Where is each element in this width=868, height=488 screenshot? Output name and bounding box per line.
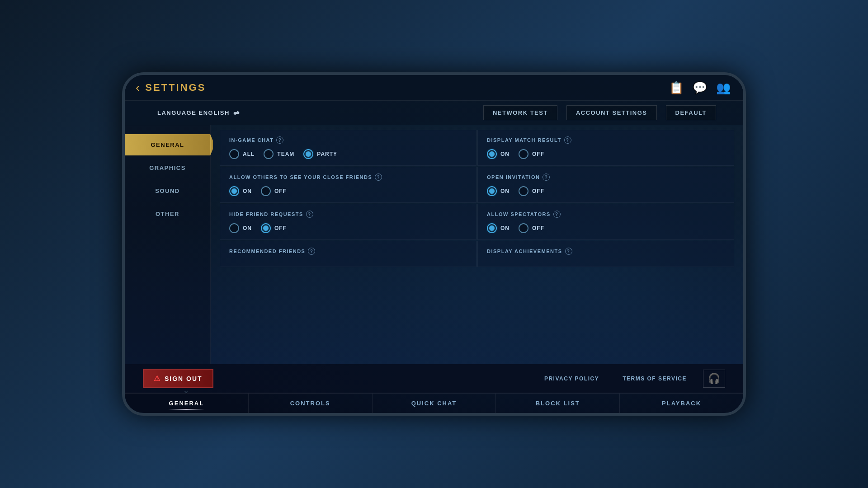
sidebar-item-graphics[interactable]: GRAPHICS [125, 157, 210, 178]
radio-hfr-on[interactable]: ON [229, 223, 252, 233]
radio-as-on-label: ON [500, 225, 509, 231]
header-right: 📋 💬 👥 [669, 81, 731, 95]
radio-team[interactable]: TEAM [264, 149, 294, 159]
allow-close-friends-label: ALLOW OTHERS TO SEE YOUR CLOSE FRIENDS ? [229, 174, 467, 181]
radio-as-off-circle [519, 223, 528, 233]
radio-dmr-off-circle [519, 149, 528, 159]
setting-display-match-result: DISPLAY MATCH RESULT ? ON OFF [477, 130, 734, 166]
radio-party-label: PARTY [317, 151, 337, 157]
sign-out-button[interactable]: ⚠ SIGN OUT [143, 369, 213, 388]
filter-icon: ⇌ [233, 108, 240, 117]
open-invitation-help-icon[interactable]: ? [542, 174, 550, 181]
language-label: LANGUAGE ENGLISH [157, 109, 230, 116]
hide-friend-help-icon[interactable]: ? [306, 211, 313, 218]
radio-hfr-on-label: ON [243, 225, 252, 231]
account-settings-button[interactable]: ACCOUNT SETTINGS [566, 105, 657, 120]
tab-block-list[interactable]: BLOCK LIST [496, 394, 620, 413]
radio-oi-on-label: ON [500, 188, 509, 194]
tab-quick-chat[interactable]: QUICK CHAT [373, 394, 496, 413]
sidebar: GENERAL GRAPHICS SOUND OTHER [125, 125, 211, 364]
setting-open-invitation: OPEN INVITATION ? ON OFF [477, 167, 734, 203]
radio-dmr-on-label: ON [500, 151, 509, 157]
radio-as-off[interactable]: OFF [519, 223, 544, 233]
in-game-chat-label: IN-GAME CHAT ? [229, 136, 467, 144]
back-icon[interactable]: ‹ [136, 80, 140, 95]
radio-hfr-on-circle [229, 223, 239, 233]
language-button[interactable]: LANGUAGE ENGLISH ⇌ [152, 106, 245, 120]
setting-recommended-friends: RECOMMENDED FRIENDS ? [220, 241, 476, 267]
warning-icon: ⚠ [154, 374, 161, 383]
radio-acf-off-circle [261, 186, 271, 196]
recommended-friends-label: RECOMMENDED FRIENDS ? [229, 248, 467, 255]
setting-in-game-chat: IN-GAME CHAT ? ALL TEAM [220, 130, 476, 166]
radio-hfr-off[interactable]: OFF [261, 223, 287, 233]
radio-acf-on-circle [229, 186, 239, 196]
radio-all-circle [229, 149, 239, 159]
friends-icon[interactable]: 👥 [716, 81, 731, 95]
recommended-friends-help-icon[interactable]: ? [308, 248, 315, 255]
sign-out-label: SIGN OUT [165, 375, 203, 382]
network-test-button[interactable]: NETWORK TEST [483, 105, 557, 120]
default-button[interactable]: DEFAULT [666, 105, 716, 120]
privacy-policy-link[interactable]: PRIVACY POLICY [537, 372, 606, 385]
allow-close-help-icon[interactable]: ? [375, 174, 382, 181]
main-content: GENERAL GRAPHICS SOUND OTHER IN-GAME CHA… [125, 125, 743, 364]
tab-playback[interactable]: PLAYBACK [620, 394, 743, 413]
radio-dmr-off-label: OFF [532, 151, 544, 157]
outer-background: ‹ SETTINGS 📋 💬 👥 LANGUAGE ENGLISH ⇌ NETW… [0, 0, 868, 488]
setting-display-achievements: DISPLAY ACHIEVEMENTS ? [477, 241, 734, 267]
bottom-bar: ⚠ SIGN OUT PRIVACY POLICY TERMS OF SERVI… [125, 364, 743, 393]
allow-spectators-help-icon[interactable]: ? [553, 211, 561, 218]
header-left: ‹ SETTINGS [136, 80, 206, 95]
top-nav: LANGUAGE ENGLISH ⇌ NETWORK TEST ACCOUNT … [125, 101, 743, 125]
allow-spectators-label: ALLOW SPECTATORS ? [487, 211, 725, 218]
radio-oi-on-circle [487, 186, 497, 196]
radio-team-label: TEAM [277, 151, 294, 157]
radio-acf-on-label: ON [243, 188, 252, 194]
radio-oi-off-circle [519, 186, 528, 196]
radio-oi-off-label: OFF [532, 188, 544, 194]
open-invitation-options: ON OFF [487, 186, 725, 196]
radio-team-circle [264, 149, 274, 159]
setting-allow-spectators: ALLOW SPECTATORS ? ON OFF [477, 204, 734, 240]
sidebar-item-other[interactable]: OTHER [125, 203, 210, 225]
hide-friend-requests-label: HIDE FRIEND REQUESTS ? [229, 211, 467, 218]
header: ‹ SETTINGS 📋 💬 👥 [125, 75, 743, 101]
in-game-chat-options: ALL TEAM PARTY [229, 149, 467, 159]
setting-hide-friend-requests: HIDE FRIEND REQUESTS ? ON OFF [220, 204, 476, 240]
radio-party[interactable]: PARTY [303, 149, 337, 159]
radio-acf-off[interactable]: OFF [261, 186, 287, 196]
radio-oi-on[interactable]: ON [487, 186, 509, 196]
terms-of-service-link[interactable]: TERMS OF SERVICE [615, 372, 694, 385]
radio-acf-on[interactable]: ON [229, 186, 252, 196]
chat-icon[interactable]: 💬 [693, 81, 707, 95]
radio-dmr-on[interactable]: ON [487, 149, 509, 159]
sidebar-item-general[interactable]: GENERAL [125, 134, 210, 155]
radio-as-off-label: OFF [532, 225, 544, 231]
radio-all[interactable]: ALL [229, 149, 255, 159]
sidebar-item-sound[interactable]: SOUND [125, 180, 210, 202]
display-match-options: ON OFF [487, 149, 725, 159]
tab-general[interactable]: ⌄ GENERAL [125, 394, 249, 413]
open-invitation-label: OPEN INVITATION ? [487, 174, 725, 181]
display-match-help-icon[interactable]: ? [564, 136, 571, 144]
display-achievements-help-icon[interactable]: ? [565, 248, 572, 255]
radio-dmr-off[interactable]: OFF [519, 149, 544, 159]
tab-controls[interactable]: CONTROLS [249, 394, 373, 413]
setting-allow-close-friends: ALLOW OTHERS TO SEE YOUR CLOSE FRIENDS ?… [220, 167, 476, 203]
task-icon[interactable]: 📋 [669, 81, 684, 95]
phone-frame: ‹ SETTINGS 📋 💬 👥 LANGUAGE ENGLISH ⇌ NETW… [122, 72, 746, 416]
radio-all-label: ALL [243, 151, 255, 157]
radio-as-on-circle [487, 223, 497, 233]
radio-oi-off[interactable]: OFF [519, 186, 544, 196]
headset-icon[interactable]: 🎧 [703, 370, 725, 388]
radio-acf-off-label: OFF [274, 188, 287, 194]
in-game-chat-help-icon[interactable]: ? [276, 136, 283, 144]
settings-grid: IN-GAME CHAT ? ALL TEAM [220, 130, 734, 267]
screen: ‹ SETTINGS 📋 💬 👥 LANGUAGE ENGLISH ⇌ NETW… [125, 75, 743, 413]
radio-hfr-off-circle [261, 223, 271, 233]
settings-title: SETTINGS [145, 82, 206, 94]
radio-as-on[interactable]: ON [487, 223, 509, 233]
hide-friend-options: ON OFF [229, 223, 467, 233]
allow-close-friends-options: ON OFF [229, 186, 467, 196]
